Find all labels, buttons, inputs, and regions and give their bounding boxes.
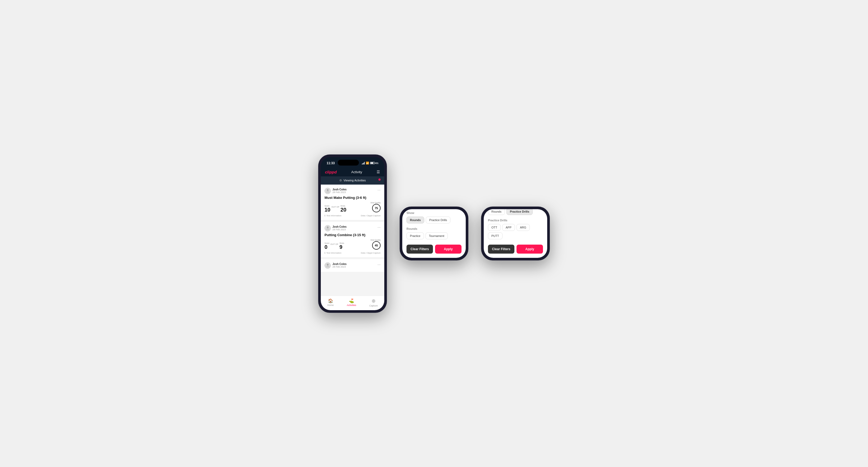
status-bar-1: 11:33 📶 31: [321, 157, 384, 168]
header-title-1: Activity: [351, 170, 362, 174]
activity-content-1: Josh Coles 28 Feb 2023 ··· Must Make Put…: [321, 185, 384, 295]
score-group-1: Score 10: [324, 205, 330, 212]
signal-icon-1: [362, 162, 365, 164]
score-group-2: Score 0: [324, 242, 329, 250]
filter-sheet-3: Filter ✕ Show Rounds Practice Drills Pra…: [484, 209, 547, 258]
partial-avatar-3: [324, 262, 331, 269]
filter-actions-2: Clear Filters Apply: [406, 245, 462, 254]
stats-row-1: Score 10 OUT OF Shots 20 Shot Quality 75: [324, 202, 380, 212]
footer-data-1: Data: Clippd Capture: [361, 214, 380, 217]
phone-3-inner: 11:33 📶 31 clippd Activity ☰ ⚙: [484, 209, 547, 258]
phone-3: 11:33 📶 31 clippd Activity ☰ ⚙: [481, 207, 550, 260]
user-name-2: Josh Coles: [333, 225, 346, 228]
partial-user-details-3: Josh Coles 28 Feb 2023: [333, 262, 346, 268]
card-header-2: Josh Coles 28 Feb 2023 ···: [324, 225, 380, 231]
nav-item-activities-1[interactable]: ⛳ Activities: [347, 298, 356, 307]
chip-tournament-2[interactable]: Tournament: [426, 232, 448, 239]
filter-overlay-3: Filter ✕ Show Rounds Practice Drills Pra…: [484, 241, 547, 258]
nav-item-capture-1[interactable]: ⊕ Capture: [369, 298, 378, 307]
user-details-2: Josh Coles 28 Feb 2023: [333, 225, 346, 231]
quality-group-1: Shot Quality 75: [371, 202, 380, 212]
footer-data-2: Data: Clippd Capture: [361, 252, 380, 254]
apply-btn-2[interactable]: Apply: [435, 245, 462, 254]
score-value-2: 0: [324, 244, 329, 250]
app-header-1: clippd Activity ☰: [321, 168, 384, 176]
status-icons-1: 📶 31: [362, 162, 378, 164]
chip-practice-drills-2[interactable]: Practice Drills: [426, 217, 451, 223]
card-footer-left-1: ℹ Test Information: [324, 214, 341, 217]
partial-more-icon-3[interactable]: ···: [377, 262, 380, 267]
apply-btn-3[interactable]: Apply: [517, 245, 543, 254]
home-icon-1: 🏠: [328, 298, 333, 303]
shots-value-2: 9: [339, 244, 344, 250]
partial-card-header-3: Josh Coles 28 Feb 2023 ···: [324, 262, 380, 269]
out-of-2: OUT OF: [330, 243, 338, 245]
quality-label-2: Shot Quality: [371, 239, 380, 241]
svg-point-1: [327, 226, 329, 228]
chip-practice-2[interactable]: Practice: [406, 232, 424, 239]
shots-group-2: Shots 9: [339, 242, 344, 250]
chip-arg-3[interactable]: ARG: [517, 224, 530, 231]
show-label-2: Show: [406, 211, 462, 214]
rounds-label-2: Rounds: [406, 227, 462, 230]
user-info-1: Josh Coles 28 Feb 2023: [324, 188, 346, 194]
svg-point-0: [327, 189, 329, 191]
footer-info-text-1: Test Information: [327, 214, 341, 217]
practice-drills-chips-3: OTT APP ARG PUTT: [488, 224, 543, 239]
nav-item-home-1[interactable]: 🏠 Home: [328, 298, 334, 307]
card-footer-1: ℹ Test Information Data: Clippd Capture: [324, 214, 380, 217]
shots-label-1: Shots: [340, 205, 346, 207]
activities-label-1: Activities: [347, 304, 356, 307]
more-icon-2[interactable]: ···: [377, 225, 380, 229]
show-chips-2: Rounds Practice Drills: [406, 217, 462, 223]
partial-user-name-3: Josh Coles: [333, 262, 346, 266]
rounds-chips-2: Practice Tournament: [406, 232, 462, 239]
filter-overlay-2: Filter ✕ Show Rounds Practice Drills Rou…: [402, 241, 466, 258]
card-footer-left-2: ℹ Test Information: [324, 252, 341, 254]
battery-icon-1: [370, 162, 375, 164]
score-label-1: Score: [324, 205, 330, 207]
bottom-nav-1: 🏠 Home ⛳ Activities ⊕ Capture: [321, 295, 384, 310]
show-chips-3: Rounds Practice Drills: [488, 209, 543, 215]
stats-row-2: Score 0 OUT OF Shots 9 Shot Quality 45: [324, 239, 380, 250]
capture-label-1: Capture: [369, 304, 378, 307]
user-date-1: 28 Feb 2023: [333, 191, 346, 193]
phone-2: 11:33 📶 31 clippd Activity ☰ ⚙: [400, 207, 468, 260]
user-name-1: Josh Coles: [333, 188, 346, 191]
info-icon-2: ℹ: [324, 252, 325, 254]
chip-ott-3[interactable]: OTT: [488, 224, 501, 231]
filter-sheet-2: Filter ✕ Show Rounds Practice Drills Rou…: [402, 209, 466, 258]
partial-user-info-3: Josh Coles 28 Feb 2023: [324, 262, 346, 269]
home-label-1: Home: [328, 304, 334, 307]
practice-drills-label-3: Practice Drills: [488, 219, 543, 222]
avatar-2: [324, 225, 331, 231]
user-date-2: 28 Feb 2023: [333, 228, 346, 231]
user-details-1: Josh Coles 28 Feb 2023: [333, 188, 346, 193]
quality-label-1: Shot Quality: [371, 202, 380, 204]
clear-filters-btn-3[interactable]: Clear Filters: [488, 245, 515, 254]
viewing-bar-1[interactable]: ⚙ Viewing Activities: [321, 176, 384, 185]
battery-label-1: 31: [376, 162, 378, 164]
wifi-icon-1: 📶: [366, 162, 369, 164]
clear-filters-btn-2[interactable]: Clear Filters: [406, 245, 433, 254]
more-icon-1[interactable]: ···: [377, 188, 380, 192]
dynamic-island-1: [338, 160, 359, 165]
chip-rounds-2[interactable]: Rounds: [406, 217, 424, 223]
avatar-1: [324, 188, 331, 194]
viewing-bar-text-1: Viewing Activities: [344, 179, 366, 182]
chip-rounds-3[interactable]: Rounds: [488, 209, 505, 215]
score-value-1: 10: [324, 207, 330, 212]
activity-title-2: Putting Combine (3-15 ft): [324, 233, 380, 237]
info-icon-1: ℹ: [324, 214, 325, 217]
chip-practice-drills-3[interactable]: Practice Drills: [506, 209, 533, 215]
chip-putt-3[interactable]: PUTT: [488, 232, 502, 239]
phone-2-inner: 11:33 📶 31 clippd Activity ☰ ⚙: [402, 209, 466, 258]
chip-app-3[interactable]: APP: [502, 224, 515, 231]
quality-badge-2: 45: [372, 241, 380, 250]
activity-title-1: Must Make Putting (3-6 ft): [324, 196, 380, 200]
activities-icon-1: ⛳: [349, 298, 354, 303]
phone-1: 11:33 📶 31 clippd Activity ☰ ⚙: [318, 154, 387, 313]
menu-icon-1[interactable]: ☰: [377, 170, 380, 174]
user-info-2: Josh Coles 28 Feb 2023: [324, 225, 346, 231]
shots-group-1: Shots 20: [340, 205, 346, 212]
